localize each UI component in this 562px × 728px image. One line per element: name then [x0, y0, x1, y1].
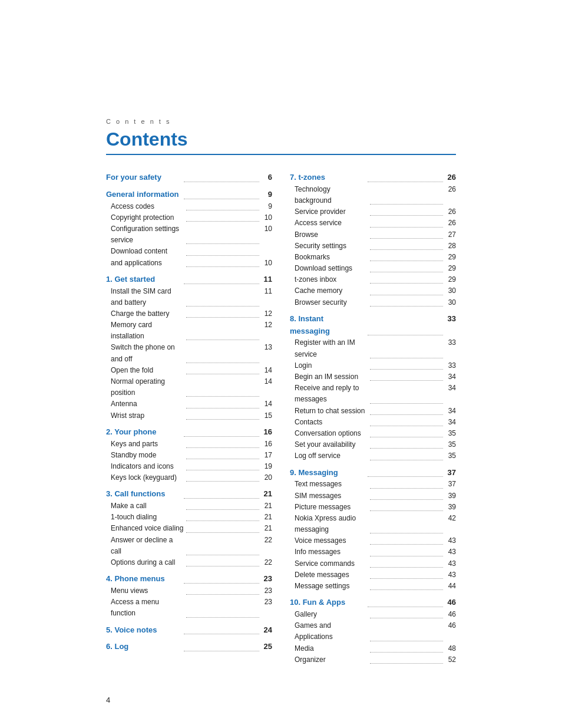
toc-item-row: Access service26	[290, 218, 456, 229]
toc-item-row: Info messages43	[290, 546, 456, 558]
toc-item-label: Open the fold	[111, 365, 184, 376]
toc-page-num: 39	[445, 490, 456, 502]
toc-item-row: Nokia Xpress audio messaging42	[290, 513, 456, 535]
toc-item-row: Return to chat session34	[290, 406, 456, 417]
toc-dots	[370, 417, 443, 426]
toc-item-label: Contacts	[295, 417, 368, 428]
toc-page-num: 30	[445, 285, 456, 297]
toc-page-num: 9	[262, 201, 272, 212]
toc-section-row: For your safety6	[106, 172, 272, 184]
toc-page-num: 33	[445, 360, 456, 371]
toc-item-label: Install the SIM card and battery	[111, 286, 184, 308]
toc-page-num: 10	[262, 258, 272, 269]
toc-dots	[184, 624, 259, 635]
toc-item-label: Set your availability	[295, 439, 368, 450]
toc-dots	[186, 461, 259, 470]
toc-page-num: 43	[445, 569, 456, 581]
toc-item-label: Options during a call	[111, 557, 184, 568]
toc-section-row: 4. Phone menus23	[106, 573, 272, 585]
toc-item-label: Delete messages	[295, 569, 368, 581]
toc-page-num: 48	[445, 643, 456, 654]
toc-item-row: Download settings29	[290, 263, 456, 274]
page-title: Contents	[106, 129, 456, 155]
toc-item-label: SIM messages	[295, 490, 368, 502]
toc-item-row: Set your availability35	[290, 439, 456, 450]
toc-section-label: 10. Fun & Apps	[290, 597, 365, 609]
toc-page-num: 19	[262, 461, 272, 472]
toc-page-num: 46	[445, 620, 456, 643]
toc-dots	[370, 428, 443, 437]
toc-item-label: Copyright protection	[111, 212, 184, 223]
toc-section-label: 6. Log	[106, 641, 181, 653]
toc-item-row: Enhanced voice dialing21	[106, 523, 272, 534]
toc-item-row: Security settings28	[290, 241, 456, 252]
toc-dots	[368, 313, 443, 336]
toc-dots	[370, 502, 443, 511]
toc-item-label: Answer or decline a call	[111, 535, 184, 557]
toc-item-label: Info messages	[295, 546, 368, 558]
toc-section-row: 3. Call functions21	[106, 488, 272, 500]
toc-page-num: 21	[262, 512, 272, 523]
toc-section-row: 2. Your phone16	[106, 426, 272, 439]
toc-item-label: Technology background	[295, 184, 368, 206]
toc-section-row: 5. Voice notes24	[106, 624, 272, 637]
toc-section-label: 3. Call functions	[106, 488, 181, 500]
toc-dots	[186, 535, 259, 555]
toc-section-label: 1. Get started	[106, 274, 181, 286]
toc-item-row: Charge the battery12	[106, 308, 272, 319]
toc-page-num: 44	[445, 581, 456, 592]
toc-item-row: Log off service35	[290, 450, 456, 462]
toc-dots	[370, 383, 443, 403]
toc-page-num: 11	[262, 274, 272, 286]
toc-item-row: Delete messages43	[290, 569, 456, 581]
toc-item-label: Memory card installation	[111, 319, 184, 342]
toc-item-row: Picture messages39	[290, 502, 456, 513]
toc-item-label: Login	[295, 360, 368, 371]
toc-item-row: Standby mode17	[106, 450, 272, 461]
left-column: For your safety6General information9Acce…	[106, 167, 272, 666]
toc-page-num: 37	[445, 479, 456, 490]
toc-item-label: Nokia Xpress audio messaging	[295, 513, 368, 535]
toc-item-label: and applications	[111, 258, 184, 269]
toc-section-row: 6. Log25	[106, 641, 272, 653]
toc-dots	[186, 212, 259, 222]
toc-item-label: Organizer	[295, 654, 368, 666]
toc-item-label: Gallery	[295, 609, 368, 620]
toc-item-row: Browser security30	[290, 297, 456, 308]
toc-dots	[370, 241, 443, 250]
toc-dots	[368, 172, 443, 182]
toc-page-num: 35	[445, 450, 456, 462]
page-number: 4	[106, 696, 110, 704]
toc-section-label: For your safety	[106, 172, 181, 184]
toc-item-label: Configuration settings service	[111, 223, 184, 246]
toc-page-num: 26	[445, 218, 456, 229]
toc-page-num: 22	[262, 557, 272, 568]
toc-dots	[184, 189, 259, 199]
toc-dots	[186, 557, 259, 566]
toc-item-row: Media48	[290, 643, 456, 654]
toc-item-row: 1-touch dialing21	[106, 512, 272, 523]
toc-item-row: Menu views23	[106, 585, 272, 597]
toc-item-label: Cache memory	[295, 285, 368, 297]
toc-item-row: Begin an IM session34	[290, 371, 456, 383]
toc-dots	[370, 490, 443, 500]
toc-item-label: Games and Applications	[295, 620, 368, 643]
toc-dots	[370, 546, 443, 556]
toc-item-row: Message settings44	[290, 581, 456, 592]
toc-page-num: 27	[445, 229, 456, 241]
toc-dots	[370, 229, 443, 239]
toc-item-label: Access a menu function	[111, 597, 184, 619]
toc-item-row: and applications10	[106, 258, 272, 269]
toc-dots	[186, 308, 259, 318]
toc-columns: For your safety6General information9Acce…	[106, 167, 456, 666]
toc-page-num: 23	[262, 597, 272, 619]
toc-item-row: Browse27	[290, 229, 456, 241]
toc-section-label: 8. Instant messaging	[290, 313, 365, 338]
toc-page-num: 21	[262, 523, 272, 534]
toc-dots	[370, 558, 443, 568]
toc-item-row: Configuration settings service10	[106, 223, 272, 246]
toc-item-label: Message settings	[295, 581, 368, 592]
toc-dots	[370, 654, 443, 664]
toc-item-row: Open the fold14	[106, 365, 272, 376]
toc-item-row: Access a menu function23	[106, 597, 272, 619]
